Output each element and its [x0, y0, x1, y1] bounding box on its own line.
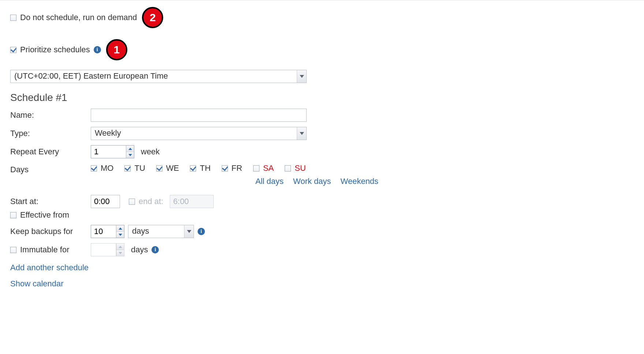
chevron-down-icon [297, 127, 306, 140]
immutable-stepper [91, 243, 124, 256]
immutable-label: Immutable for [20, 245, 70, 255]
svg-marker-0 [300, 75, 304, 78]
keep-unit-select[interactable]: days [128, 225, 194, 238]
day-fr-checkbox[interactable] [222, 165, 228, 172]
timezone-select[interactable]: (UTC+02:00, EET) Eastern European Time [10, 70, 307, 83]
day-th: TH [190, 163, 210, 173]
start-label: Start at: [10, 197, 91, 206]
chevron-down-icon [297, 70, 306, 83]
day-sa: SA [253, 163, 274, 173]
work-days-link[interactable]: Work days [293, 177, 331, 186]
day-mo-checkbox[interactable] [91, 165, 97, 172]
day-we-checkbox[interactable] [156, 165, 162, 172]
callout-2: 2 [142, 7, 163, 28]
chevron-up-icon [116, 244, 124, 250]
keep-stepper[interactable] [91, 225, 124, 238]
svg-marker-5 [119, 234, 122, 236]
day-tu-checkbox[interactable] [124, 165, 131, 172]
day-mo-label: MO [101, 163, 113, 173]
day-su-label: SU [295, 163, 306, 173]
day-tu-label: TU [134, 163, 145, 173]
timezone-value: (UTC+02:00, EET) Eastern European Time [11, 70, 297, 83]
day-fr: FR [222, 163, 242, 173]
repeat-unit: week [141, 147, 160, 157]
chevron-up-icon[interactable] [126, 146, 134, 152]
end-time-input [170, 195, 214, 208]
end-at-checkbox[interactable] [129, 199, 135, 205]
immutable-unit: days [131, 245, 148, 255]
name-label: Name: [10, 110, 91, 120]
all-days-link[interactable]: All days [255, 177, 284, 186]
no-schedule-checkbox[interactable] [10, 15, 16, 21]
svg-marker-1 [300, 132, 304, 135]
repeat-value[interactable] [91, 146, 126, 158]
callout-1: 1 [106, 39, 127, 60]
repeat-label: Repeat Every [10, 147, 91, 157]
day-fr-label: FR [232, 163, 242, 173]
type-label: Type: [10, 129, 91, 138]
immutable-checkbox[interactable] [10, 247, 16, 253]
prioritize-checkbox[interactable] [10, 47, 16, 53]
chevron-down-icon[interactable] [116, 231, 124, 238]
effective-from-checkbox[interactable] [10, 212, 16, 218]
day-th-checkbox[interactable] [190, 165, 196, 172]
effective-from-label: Effective from [20, 210, 69, 220]
chevron-down-icon[interactable] [126, 152, 134, 158]
keep-label: Keep backups for [10, 227, 91, 236]
day-sa-checkbox[interactable] [253, 165, 259, 172]
end-at-label: end at: [139, 197, 163, 206]
day-su: SU [285, 163, 306, 173]
day-we: WE [156, 163, 179, 173]
day-mo: MO [91, 163, 113, 173]
svg-marker-6 [187, 230, 191, 233]
chevron-down-icon [184, 225, 194, 238]
keep-value[interactable] [91, 225, 116, 238]
svg-marker-4 [119, 227, 122, 230]
immutable-value [91, 244, 116, 256]
show-calendar-link[interactable]: Show calendar [10, 279, 634, 289]
chevron-up-icon[interactable] [116, 225, 124, 231]
schedule-heading: Schedule #1 [10, 92, 634, 103]
info-icon[interactable]: i [198, 228, 205, 235]
add-schedule-link[interactable]: Add another schedule [10, 263, 634, 272]
day-we-label: WE [166, 163, 179, 173]
start-time-input[interactable] [91, 195, 120, 208]
day-su-checkbox[interactable] [285, 165, 291, 172]
weekends-link[interactable]: Weekends [341, 177, 379, 186]
day-tu: TU [124, 163, 145, 173]
no-schedule-label: Do not schedule, run on demand [20, 13, 137, 22]
svg-marker-3 [128, 154, 132, 156]
chevron-down-icon [116, 250, 124, 256]
name-input[interactable] [91, 109, 307, 122]
days-label: Days [10, 163, 91, 174]
svg-marker-8 [119, 252, 122, 254]
day-sa-label: SA [263, 163, 274, 173]
prioritize-label: Prioritize schedules [20, 45, 90, 54]
info-icon[interactable]: i [94, 46, 101, 53]
svg-marker-2 [128, 148, 132, 150]
day-th-label: TH [200, 163, 210, 173]
type-value: Weekly [91, 127, 297, 140]
svg-marker-7 [119, 246, 122, 248]
info-icon[interactable]: i [151, 246, 159, 253]
repeat-stepper[interactable] [91, 145, 134, 158]
keep-unit-value: days [128, 225, 184, 238]
type-select[interactable]: Weekly [91, 127, 307, 140]
